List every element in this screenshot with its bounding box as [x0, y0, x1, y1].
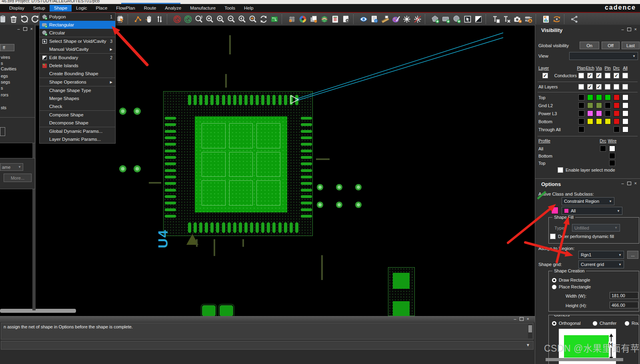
properties-icon[interactable]	[340, 14, 351, 25]
menu-manufacture[interactable]: Manufacture	[186, 5, 220, 12]
layer-color-cell[interactable]	[587, 118, 593, 124]
layer-color-cell[interactable]	[596, 118, 602, 124]
menu-item-delete-islands[interactable]: Delete Islands	[40, 62, 115, 70]
conductors-visibility-checkbox[interactable]: ✓	[596, 73, 602, 78]
global-on-button[interactable]: On	[580, 42, 599, 49]
restore-icon[interactable]	[23, 27, 27, 31]
r2a-icon[interactable]: R2A	[523, 14, 534, 25]
find-list-item[interactable]: sts	[1, 105, 6, 110]
defer-fill-checkbox[interactable]	[550, 234, 556, 239]
report-icon[interactable]	[540, 14, 551, 25]
layer-color-cell[interactable]	[614, 118, 620, 124]
conductors-visibility-checkbox[interactable]	[622, 73, 628, 78]
all-layers-visibility-checkbox[interactable]	[605, 84, 610, 90]
pin-tools-icon[interactable]	[501, 14, 512, 25]
global-off-button[interactable]: Off	[602, 42, 620, 49]
menu-display[interactable]: Display	[5, 5, 29, 12]
layer-color-cell[interactable]	[578, 102, 584, 108]
find-more-button[interactable]: More...	[4, 174, 32, 182]
layer-color-cell[interactable]	[622, 102, 628, 108]
panel-scrollbar[interactable]	[546, 358, 623, 361]
board-icon[interactable]	[269, 14, 280, 25]
share-icon[interactable]	[569, 14, 580, 25]
layer-color-cell[interactable]	[596, 102, 602, 108]
menu-item-circular[interactable]: Circular	[40, 29, 115, 37]
menu-item-change-shape-type[interactable]: Change Shape Type	[40, 86, 115, 94]
select-shape-icon[interactable]	[462, 14, 473, 25]
copy-view-icon[interactable]	[308, 14, 319, 25]
menu-place[interactable]: Place	[92, 5, 112, 12]
layer-color-cell[interactable]	[622, 118, 628, 124]
zoom-fit-icon[interactable]	[193, 14, 204, 25]
place-rectangle-radio[interactable]: Place Rectangle	[552, 284, 591, 289]
enable-layer-select-checkbox[interactable]	[558, 167, 563, 173]
height-input[interactable]	[610, 302, 638, 308]
menu-item-global-dynamic-params[interactable]: Global Dynamic Params...	[40, 127, 115, 135]
minimize-icon[interactable]: –	[514, 317, 516, 321]
menu-item-create-bounding-shape[interactable]: Create Bounding Shape	[40, 70, 115, 78]
all-layers-visibility-checkbox[interactable]	[614, 84, 619, 90]
layer-color-cell[interactable]	[605, 102, 611, 108]
profile-color-cell[interactable]	[609, 146, 615, 152]
spread-icon[interactable]	[154, 14, 165, 25]
trash-icon[interactable]	[8, 14, 19, 25]
layer-color-cell[interactable]	[587, 102, 593, 108]
find-list-item[interactable]: s	[1, 86, 3, 90]
view-dropdown[interactable]: ▼	[569, 52, 638, 60]
menu-item-merge-shapes[interactable]: Merge Shapes	[40, 94, 115, 102]
shade-on-icon[interactable]	[401, 14, 412, 25]
spreadsheet-icon[interactable]	[330, 14, 340, 25]
layer-color-cell[interactable]	[605, 110, 611, 116]
layer-color-cell[interactable]	[578, 118, 584, 124]
menu-item-decompose-shape[interactable]: Decompose Shape	[40, 119, 115, 127]
layer-color-cell[interactable]	[578, 126, 584, 132]
command-window-grip[interactable]	[0, 316, 535, 322]
find-list-item[interactable]: rors	[1, 92, 8, 97]
find-list-item[interactable]: egs	[1, 74, 8, 78]
draw-rectangle-radio[interactable]: Draw Rectangle	[552, 278, 590, 282]
layer-color-cell[interactable]	[622, 126, 628, 132]
menu-item-manual-void-cavity[interactable]: Manual Void/Cavity▶	[40, 45, 115, 53]
qfp-thermal-pad[interactable]	[195, 116, 287, 212]
canvas-horizontal-scrollbar[interactable]	[0, 309, 76, 313]
layer-color-cell[interactable]	[622, 94, 628, 100]
grid-icon[interactable]	[286, 14, 297, 25]
minimize-icon[interactable]: –	[17, 27, 20, 31]
conductors-visibility-checkbox[interactable]	[605, 73, 610, 78]
menu-item-polygon[interactable]: Polygon1	[40, 13, 115, 21]
menu-item-check[interactable]: Check	[40, 102, 115, 110]
layer-color-cell[interactable]	[614, 102, 620, 108]
snapshot-icon[interactable]	[512, 14, 523, 25]
menu-analyze[interactable]: Analyze	[160, 5, 186, 12]
rats-off-icon[interactable]	[172, 14, 182, 25]
pan-hand-icon[interactable]	[143, 14, 154, 25]
menu-item-edit-boundary[interactable]: Edit Boundary2	[40, 53, 115, 62]
layer-color-cell[interactable]	[614, 110, 620, 116]
menu-logic[interactable]: Logic	[72, 5, 92, 12]
region-dropdown[interactable]: Rgn1▼	[578, 251, 624, 259]
clipboard-icon[interactable]	[0, 14, 8, 25]
zoom-in-icon[interactable]	[215, 14, 226, 25]
layer-color-cell[interactable]	[587, 110, 593, 116]
layer-color-cell[interactable]	[587, 94, 593, 100]
command-console[interactable]: n assign the net of shape in Options bef…	[1, 323, 534, 340]
minimize-icon[interactable]: –	[621, 181, 624, 185]
all-layers-visibility-checkbox[interactable]	[622, 84, 628, 90]
shape-grid-dropdown[interactable]: Current grid▼	[578, 260, 624, 268]
profile-color-cell[interactable]	[609, 153, 615, 159]
zoom-center-icon[interactable]	[247, 14, 258, 25]
layer-color-cell[interactable]	[578, 110, 584, 116]
close-icon[interactable]: ×	[527, 317, 529, 321]
circle-add-icon[interactable]	[451, 14, 462, 25]
edit-boundary-icon[interactable]	[473, 14, 484, 25]
redraw-icon[interactable]	[258, 14, 269, 25]
profile-color-cell[interactable]	[609, 160, 615, 166]
close-icon[interactable]: ×	[634, 27, 637, 31]
layer-color-cell[interactable]	[578, 94, 584, 100]
restore-icon[interactable]	[627, 182, 631, 185]
shade-off-icon[interactable]	[412, 14, 423, 25]
show-element-icon[interactable]: i	[369, 14, 380, 25]
menu-item-shape-operations[interactable]: Shape Operations▶	[40, 78, 115, 86]
region-browse-button[interactable]: ...	[627, 251, 638, 259]
artwork-icon[interactable]	[390, 14, 401, 25]
